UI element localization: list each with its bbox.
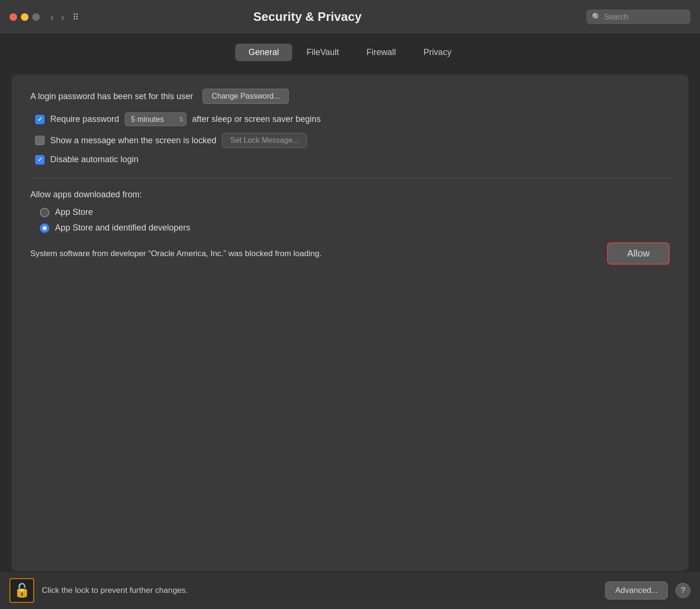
password-timeout-wrapper: 5 minutes immediately 1 minute 15 minute… xyxy=(125,112,186,126)
password-section: A login password has been set for this u… xyxy=(30,89,670,165)
require-password-label: Require password xyxy=(50,114,119,124)
app-store-identified-radio[interactable] xyxy=(40,223,49,233)
main-content: General FileVault Firewall Privacy A log… xyxy=(0,34,700,571)
minimize-button[interactable] xyxy=(21,13,28,21)
set-lock-message-button[interactable]: Set Lock Message... xyxy=(222,133,307,148)
lock-icon: 🔓 xyxy=(14,582,30,598)
search-icon: 🔍 xyxy=(592,12,601,21)
require-password-checkbox[interactable] xyxy=(35,115,45,124)
show-message-row: Show a message when the screen is locked… xyxy=(30,133,670,148)
password-timeout-dropdown[interactable]: 5 minutes immediately 1 minute 15 minute… xyxy=(125,112,186,126)
search-input[interactable] xyxy=(604,13,680,21)
password-header-text: A login password has been set for this u… xyxy=(30,92,193,102)
app-store-identified-label: App Store and identified developers xyxy=(55,223,190,233)
disable-autologin-row: Disable automatic login xyxy=(30,155,670,165)
window-title: Security & Privacy xyxy=(28,9,586,24)
allow-button[interactable]: Allow xyxy=(607,242,670,265)
lock-icon-button[interactable]: 🔓 xyxy=(9,578,34,603)
blocked-section: System software from developer “Oracle A… xyxy=(30,242,670,265)
settings-panel: A login password has been set for this u… xyxy=(11,74,689,571)
bottom-bar: 🔓 Click the lock to prevent further chan… xyxy=(0,571,700,609)
tabs-bar: General FileVault Firewall Privacy xyxy=(11,44,689,61)
show-message-checkbox[interactable] xyxy=(35,136,45,145)
tab-filevault[interactable]: FileVault xyxy=(293,44,352,61)
password-header: A login password has been set for this u… xyxy=(30,89,670,104)
help-button[interactable]: ? xyxy=(675,583,691,598)
app-store-radio[interactable] xyxy=(40,208,49,217)
change-password-button[interactable]: Change Password... xyxy=(203,89,289,104)
disable-autologin-checkbox[interactable] xyxy=(35,155,45,165)
require-password-suffix: after sleep or screen saver begins xyxy=(192,114,321,124)
section-divider xyxy=(30,178,670,178)
app-store-identified-option[interactable]: App Store and identified developers xyxy=(30,223,670,233)
require-password-row: Require password 5 minutes immediately 1… xyxy=(30,112,670,126)
tab-privacy[interactable]: Privacy xyxy=(410,44,465,61)
tab-firewall[interactable]: Firewall xyxy=(353,44,409,61)
app-store-label: App Store xyxy=(55,207,93,217)
app-store-option[interactable]: App Store xyxy=(30,207,670,217)
search-box: 🔍 xyxy=(586,9,691,24)
allow-apps-title: Allow apps downloaded from: xyxy=(30,190,670,200)
show-message-label: Show a message when the screen is locked xyxy=(50,136,216,146)
blocked-text: System software from developer “Oracle A… xyxy=(30,248,596,260)
tab-general[interactable]: General xyxy=(235,44,292,61)
lock-help-text: Click the lock to prevent further change… xyxy=(42,586,598,595)
close-button[interactable] xyxy=(9,13,17,21)
disable-autologin-label: Disable automatic login xyxy=(50,155,138,165)
titlebar: ‹ › ⠿ Security & Privacy 🔍 xyxy=(0,0,700,34)
allow-apps-section: Allow apps downloaded from: App Store Ap… xyxy=(30,190,670,233)
advanced-button[interactable]: Advanced... xyxy=(605,581,668,600)
